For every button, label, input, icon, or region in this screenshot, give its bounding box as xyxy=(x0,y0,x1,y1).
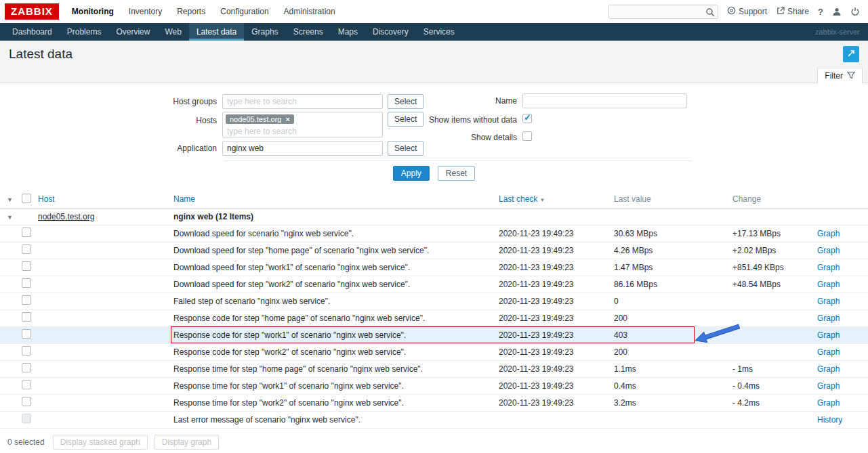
subnav-item-problems[interactable]: Problems xyxy=(60,23,109,41)
search-icon[interactable] xyxy=(705,7,715,19)
row-checkbox[interactable] xyxy=(22,312,31,322)
main-nav-item-monitoring[interactable]: Monitoring xyxy=(64,0,121,23)
show-items-without-data-checkbox[interactable] xyxy=(522,114,532,123)
filter-tab-label: Filter xyxy=(825,71,843,81)
item-last-value: 403 xyxy=(613,326,731,343)
row-checkbox[interactable] xyxy=(22,346,31,355)
main-nav-item-inventory[interactable]: Inventory xyxy=(121,0,169,23)
subnav-item-dashboard[interactable]: Dashboard xyxy=(5,23,60,41)
top-bar: ZABBIX MonitoringInventoryReportsConfigu… xyxy=(0,0,868,23)
filter-tab[interactable]: Filter xyxy=(817,68,863,84)
item-change: +851.49 KBps xyxy=(731,259,816,276)
reset-button[interactable]: Reset xyxy=(438,166,475,181)
row-checkbox[interactable] xyxy=(22,261,31,271)
select-all-checkbox[interactable] xyxy=(22,194,31,203)
item-last-check xyxy=(497,411,613,428)
latest-data-rows: Download speed for scenario "nginx web s… xyxy=(0,225,868,428)
user-profile-icon[interactable] xyxy=(832,7,842,16)
item-name: Response code for step "work2" of scenar… xyxy=(172,343,497,360)
share-label: Share xyxy=(787,7,809,16)
chip-remove-icon[interactable]: × xyxy=(285,115,289,123)
global-search-input[interactable] xyxy=(608,5,718,19)
item-action-link[interactable]: Graph xyxy=(817,314,840,323)
application-select-button[interactable]: Select xyxy=(388,141,423,156)
item-action-link[interactable]: Graph xyxy=(817,364,840,374)
item-last-value: 4.26 MBps xyxy=(613,242,731,259)
application-input[interactable] xyxy=(222,141,383,156)
item-name: Failed step of scenario "nginx web servi… xyxy=(172,293,497,309)
item-last-value: 86.16 MBps xyxy=(613,276,731,293)
help-button[interactable]: ? xyxy=(818,7,823,17)
column-header-host[interactable]: Host xyxy=(37,191,172,208)
support-link[interactable]: Support xyxy=(727,6,767,17)
item-change: +17.13 MBps xyxy=(731,225,816,242)
item-change xyxy=(731,309,816,326)
title-bar: Latest data xyxy=(0,41,868,68)
item-last-value: 0.4ms xyxy=(613,377,731,394)
item-name: Download speed for scenario "nginx web s… xyxy=(172,225,497,242)
item-change xyxy=(731,326,816,343)
display-stacked-graph-button[interactable]: Display stacked graph xyxy=(53,435,148,450)
table-row: Response code for step "home page" of sc… xyxy=(0,309,868,326)
item-action-link[interactable]: Graph xyxy=(817,330,840,340)
apply-button[interactable]: Apply xyxy=(393,166,430,181)
zabbix-latest-data-page: ZABBIX MonitoringInventoryReportsConfigu… xyxy=(0,0,868,453)
subnav-item-maps[interactable]: Maps xyxy=(331,23,365,41)
row-checkbox[interactable] xyxy=(22,228,31,237)
column-header-name[interactable]: Name xyxy=(172,191,497,208)
table-row: Download speed for step "home page" of s… xyxy=(0,242,868,259)
item-name: Response code for step "home page" of sc… xyxy=(172,309,497,326)
global-search xyxy=(608,5,718,19)
subnav-item-graphs[interactable]: Graphs xyxy=(244,23,285,41)
column-header-last-check[interactable]: Last check xyxy=(499,194,537,204)
subnav-item-screens[interactable]: Screens xyxy=(286,23,331,41)
name-input[interactable] xyxy=(522,93,687,108)
sub-nav-bar: DashboardProblemsOverviewWebLatest dataG… xyxy=(0,23,868,41)
item-action-link[interactable]: Graph xyxy=(817,229,840,238)
hosts-multiselect[interactable]: node05.test.org × type here to search xyxy=(222,112,383,137)
row-checkbox[interactable] xyxy=(22,295,31,305)
host-link[interactable]: node05.test.org xyxy=(38,212,94,221)
row-checkbox[interactable] xyxy=(22,380,31,389)
column-header-change: Change xyxy=(731,191,816,208)
show-details-checkbox[interactable] xyxy=(522,131,532,141)
item-action-link[interactable]: Graph xyxy=(817,263,840,272)
application-label: Application xyxy=(115,144,217,153)
item-action-link[interactable]: Graph xyxy=(817,381,840,391)
row-checkbox[interactable] xyxy=(22,363,31,372)
subnav-item-web[interactable]: Web xyxy=(157,23,188,41)
host-groups-input[interactable] xyxy=(222,94,383,109)
row-checkbox[interactable] xyxy=(22,414,31,423)
row-checkbox[interactable] xyxy=(22,329,31,339)
row-checkbox[interactable] xyxy=(22,397,31,406)
share-link[interactable]: Share xyxy=(776,6,809,17)
logout-power-icon[interactable] xyxy=(850,7,860,16)
group-collapse-icon[interactable]: ▼ xyxy=(1,214,13,221)
item-action-link[interactable]: Graph xyxy=(817,246,840,255)
item-action-link[interactable]: Graph xyxy=(817,280,840,289)
subnav-item-overview[interactable]: Overview xyxy=(108,23,157,41)
subnav-item-discovery[interactable]: Discovery xyxy=(365,23,416,41)
main-nav: MonitoringInventoryReportsConfigurationA… xyxy=(64,0,343,23)
item-change: +2.02 MBps xyxy=(731,242,816,259)
item-last-value: 3.2ms xyxy=(613,394,731,411)
share-icon xyxy=(776,6,785,17)
subnav-item-latest-data[interactable]: Latest data xyxy=(189,23,244,41)
item-name: Download speed for step "work1" of scena… xyxy=(172,259,497,276)
kiosk-mode-button[interactable] xyxy=(843,46,859,62)
subnav-item-services[interactable]: Services xyxy=(416,23,462,41)
display-graph-button[interactable]: Display graph xyxy=(154,435,219,450)
item-action-link[interactable]: Graph xyxy=(817,297,840,306)
item-action-link[interactable]: Graph xyxy=(817,347,840,357)
zabbix-logo[interactable]: ZABBIX xyxy=(5,3,59,20)
expand-icon xyxy=(846,49,856,60)
row-checkbox[interactable] xyxy=(22,244,31,254)
item-last-check: 2020-11-23 19:49:23 xyxy=(497,309,613,326)
item-action-link[interactable]: History xyxy=(817,415,842,425)
main-nav-item-configuration[interactable]: Configuration xyxy=(213,0,276,23)
row-checkbox[interactable] xyxy=(22,278,31,288)
main-nav-item-administration[interactable]: Administration xyxy=(276,0,343,23)
collapse-all-icon[interactable]: ▼ xyxy=(1,196,13,203)
main-nav-item-reports[interactable]: Reports xyxy=(169,0,213,23)
item-action-link[interactable]: Graph xyxy=(817,398,840,408)
